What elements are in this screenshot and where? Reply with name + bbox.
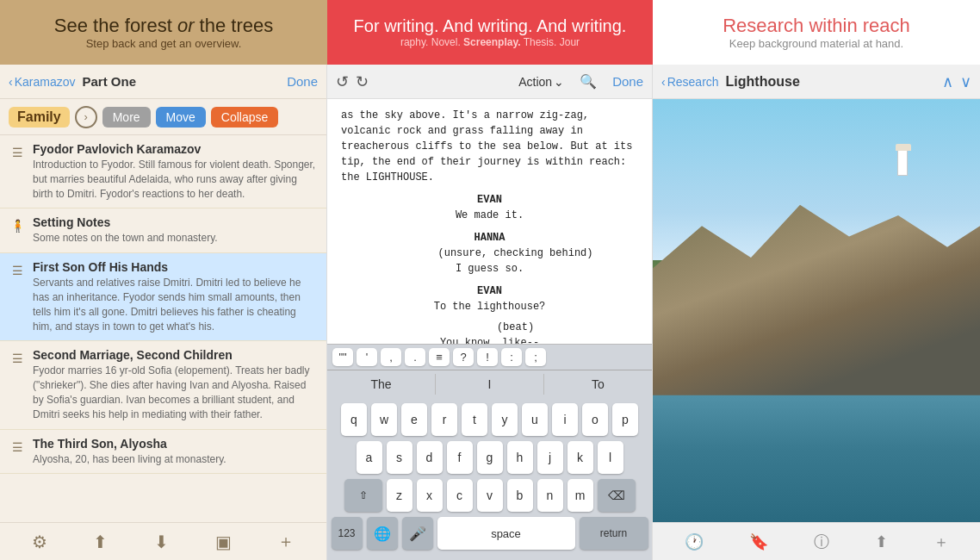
- key-x[interactable]: x: [417, 479, 443, 512]
- screenplay-line: (beat): [341, 320, 638, 335]
- keyboard-row-1: q w e r t y u i o p: [331, 403, 648, 436]
- quick-key-align[interactable]: ≡: [429, 348, 450, 366]
- quick-key-question[interactable]: ?: [453, 348, 474, 366]
- nav-back-button[interactable]: ‹ Karamazov: [9, 75, 75, 89]
- quick-key-period[interactable]: .: [405, 348, 425, 366]
- redo-icon[interactable]: ↻: [356, 72, 369, 91]
- arrow-up-icon[interactable]: ∧: [942, 72, 953, 91]
- keyboard-row-4: 123 🌐 🎤 space return: [331, 517, 648, 550]
- screenplay-editor[interactable]: as the sky above. It's a narrow zig-zag,…: [327, 99, 652, 344]
- globe-icon[interactable]: 🌐: [367, 517, 398, 550]
- plus-icon[interactable]: ＋: [933, 532, 949, 552]
- item-title: Second Marriage, Second Children: [33, 348, 318, 362]
- key-b[interactable]: b: [507, 479, 533, 512]
- key-f[interactable]: f: [447, 441, 473, 474]
- item-title: Fyodor Pavlovich Karamazov: [33, 142, 318, 156]
- toolbar-move-button[interactable]: Move: [156, 107, 206, 128]
- key-c[interactable]: c: [447, 479, 473, 512]
- key-m[interactable]: m: [568, 479, 593, 512]
- quick-key-exclaim[interactable]: !: [477, 348, 498, 366]
- list-item[interactable]: ☰ The Third Son, Alyosha Alyosha, 20, ha…: [0, 430, 326, 475]
- delete-key[interactable]: ⌫: [598, 479, 636, 512]
- center-nav: ↺ ↻ Action ⌄ 🔍 Done: [327, 65, 652, 99]
- left-banner-subtitle: Step back and get an overview.: [86, 37, 242, 50]
- quick-key-apos[interactable]: ': [357, 348, 377, 366]
- key-i[interactable]: i: [552, 403, 578, 436]
- key-y[interactable]: y: [492, 403, 518, 436]
- key-g[interactable]: g: [477, 441, 503, 474]
- quick-key-comma[interactable]: ,: [381, 348, 401, 366]
- key-j[interactable]: j: [537, 441, 563, 474]
- key-n[interactable]: n: [537, 479, 563, 512]
- center-done-button[interactable]: Done: [612, 74, 643, 89]
- quick-key-quotes[interactable]: "": [332, 348, 353, 366]
- word-suggestion[interactable]: I: [436, 374, 544, 395]
- info-icon[interactable]: ⓘ: [814, 532, 829, 552]
- key-h[interactable]: h: [507, 441, 533, 474]
- nav-done-button[interactable]: Done: [287, 74, 318, 89]
- space-key[interactable]: space: [437, 517, 575, 550]
- key-e[interactable]: e: [401, 403, 427, 436]
- cliff-background: [653, 99, 980, 522]
- list-item[interactable]: ☰ Fyodor Pavlovich Karamazov Introductio…: [0, 135, 326, 208]
- download-icon[interactable]: ⬇: [154, 532, 169, 552]
- right-banner: Research within reach Keep background ma…: [653, 0, 980, 65]
- chevron-left-icon: ‹: [9, 75, 13, 89]
- right-nav-back-label: Research: [667, 75, 719, 89]
- key-w[interactable]: w: [371, 403, 397, 436]
- key-q[interactable]: q: [341, 403, 367, 436]
- toolbar-collapse-button[interactable]: Collapse: [211, 107, 278, 128]
- share-icon[interactable]: ⬆: [93, 532, 108, 552]
- numbers-key[interactable]: 123: [332, 517, 363, 550]
- key-t[interactable]: t: [462, 403, 487, 436]
- item-title: First Son Off His Hands: [33, 260, 318, 274]
- word-suggestion[interactable]: To: [544, 374, 652, 395]
- keyboard-row-3: ⇧ z x c v b n m ⌫: [331, 479, 648, 512]
- arrow-down-icon[interactable]: ∨: [960, 72, 971, 91]
- mic-icon[interactable]: 🎤: [402, 517, 433, 550]
- quick-keys-bar: "" ' , . ≡ ? ! : ;: [327, 344, 652, 370]
- share-icon[interactable]: ⬆: [875, 532, 888, 551]
- return-key[interactable]: return: [580, 517, 648, 550]
- key-r[interactable]: r: [431, 403, 457, 436]
- add-box-icon[interactable]: ▣: [215, 532, 232, 552]
- doc-icon: ☰: [9, 262, 26, 279]
- action-menu-button[interactable]: Action ⌄: [518, 75, 564, 89]
- item-desc: Fyodor marries 16 yr-old Sofia (elopemen…: [33, 364, 318, 421]
- plus-icon[interactable]: ＋: [277, 530, 295, 553]
- key-p[interactable]: p: [612, 403, 638, 436]
- key-l[interactable]: l: [598, 441, 623, 474]
- toolbar-expand-button[interactable]: ›: [75, 106, 97, 128]
- undo-icon[interactable]: ↺: [336, 72, 349, 91]
- left-footer: ⚙ ⬆ ⬇ ▣ ＋: [0, 522, 326, 560]
- list-item[interactable]: 🧍 Setting Notes Some notes on the town a…: [0, 208, 326, 253]
- key-u[interactable]: u: [522, 403, 548, 436]
- key-d[interactable]: d: [417, 441, 443, 474]
- right-panel: ‹ Research Lighthouse ∧ ∨ 🕐 🔖 ⓘ ⬆ ＋: [653, 65, 980, 560]
- toolbar-family-label: Family: [9, 107, 70, 128]
- screenplay-line: I guess so.: [375, 261, 604, 277]
- screenplay-line: as the sky above. It's a narrow zig-zag,…: [341, 108, 638, 185]
- shift-key[interactable]: ⇧: [344, 479, 382, 512]
- sea-layer: [653, 374, 980, 522]
- key-o[interactable]: o: [582, 403, 608, 436]
- key-v[interactable]: v: [477, 479, 503, 512]
- chevron-down-icon: ⌄: [554, 75, 564, 89]
- right-nav-back-button[interactable]: ‹ Research: [661, 75, 719, 89]
- settings-icon[interactable]: ⚙: [32, 532, 47, 552]
- key-a[interactable]: a: [357, 441, 382, 474]
- key-k[interactable]: k: [568, 441, 593, 474]
- quick-key-colon[interactable]: :: [501, 348, 522, 366]
- quick-key-semicolon[interactable]: ;: [525, 348, 546, 366]
- word-suggestion[interactable]: The: [327, 374, 436, 395]
- toolbar-more-button[interactable]: More: [102, 107, 151, 128]
- key-s[interactable]: s: [387, 441, 412, 474]
- list-item-highlighted[interactable]: ☰ First Son Off His Hands Servants and r…: [0, 253, 326, 341]
- key-z[interactable]: z: [387, 479, 412, 512]
- clock-icon[interactable]: 🕐: [685, 532, 704, 551]
- right-banner-headline: Research within reach: [723, 15, 910, 37]
- list-item[interactable]: ☰ Second Marriage, Second Children Fyodo…: [0, 341, 326, 429]
- bookmark-icon[interactable]: 🔖: [749, 532, 768, 551]
- keyboard-row-2: a s d f g h j k l: [331, 441, 648, 474]
- search-icon[interactable]: 🔍: [580, 73, 597, 90]
